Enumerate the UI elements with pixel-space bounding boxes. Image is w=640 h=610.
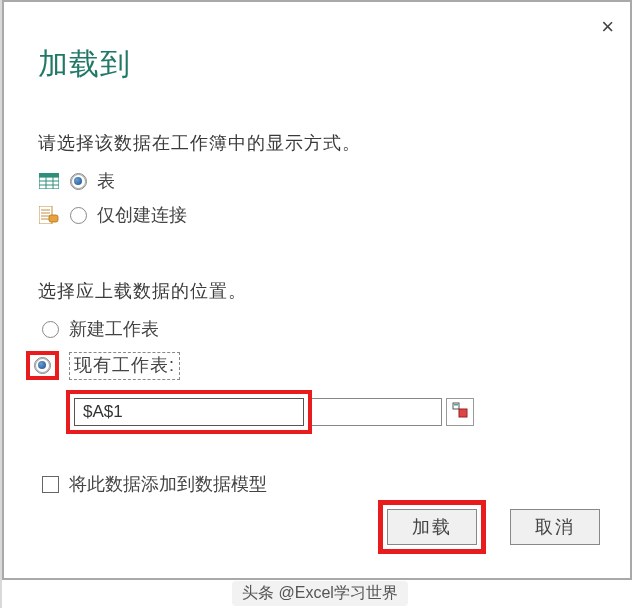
watermark-text: 头条 @Excel学习世界 <box>232 581 408 606</box>
range-picker-icon <box>452 402 468 422</box>
display-mode-label: 请选择该数据在工作簿中的显示方式。 <box>38 131 596 155</box>
radio-existing-sheet[interactable] <box>34 357 51 374</box>
highlight-box-radio <box>26 351 59 380</box>
table-icon <box>38 171 60 191</box>
option-connection-row[interactable]: 仅创建连接 <box>38 203 596 227</box>
cell-reference-row <box>66 390 596 434</box>
highlight-box-input <box>66 390 312 434</box>
checkbox-add-to-model[interactable] <box>42 476 59 493</box>
watermark-footer: 头条 @Excel学习世界 <box>0 581 640 606</box>
option-existing-sheet-row[interactable]: 现有工作表: <box>30 351 596 380</box>
option-new-sheet-row[interactable]: 新建工作表 <box>42 317 596 341</box>
svg-rect-0 <box>39 173 59 177</box>
location-label: 选择应上载数据的位置。 <box>38 279 596 303</box>
option-table-label: 表 <box>97 169 115 193</box>
dialog-title: 加载到 <box>38 44 596 85</box>
svg-rect-1 <box>39 177 59 189</box>
option-connection-label: 仅创建连接 <box>97 203 187 227</box>
radio-table[interactable] <box>70 173 87 190</box>
button-bar: 加载 取消 <box>378 500 600 554</box>
svg-rect-11 <box>49 215 58 222</box>
radio-new-sheet[interactable] <box>42 321 59 338</box>
highlight-box-load: 加载 <box>378 500 486 554</box>
cancel-button[interactable]: 取消 <box>510 509 600 545</box>
close-icon[interactable]: × <box>601 14 614 40</box>
input-extension <box>312 398 442 426</box>
add-to-model-label: 将此数据添加到数据模型 <box>69 472 267 496</box>
cell-reference-input[interactable] <box>74 398 304 426</box>
connection-icon <box>38 205 60 225</box>
radio-connection-only[interactable] <box>70 207 87 224</box>
add-to-model-row[interactable]: 将此数据添加到数据模型 <box>42 472 596 496</box>
svg-rect-14 <box>454 404 458 406</box>
svg-rect-12 <box>453 403 459 409</box>
option-table-row[interactable]: 表 <box>38 169 596 193</box>
svg-rect-13 <box>459 409 467 417</box>
option-existing-sheet-label: 现有工作表: <box>69 352 180 380</box>
range-picker-button[interactable] <box>446 398 474 426</box>
load-button[interactable]: 加载 <box>387 509 477 545</box>
load-to-dialog: × 加载到 请选择该数据在工作簿中的显示方式。 表 <box>2 0 632 580</box>
option-new-sheet-label: 新建工作表 <box>69 317 159 341</box>
